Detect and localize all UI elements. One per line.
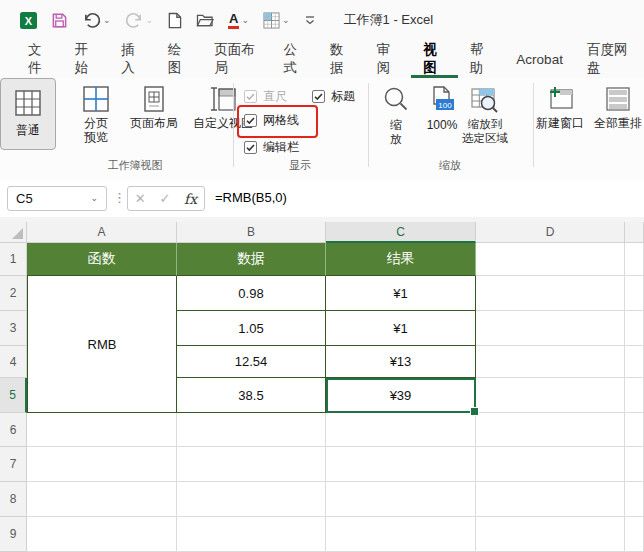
arrange-all-button[interactable]: 全部重排: [590, 86, 644, 130]
new-window-button[interactable]: 新建窗口: [532, 86, 588, 130]
cell-c3[interactable]: ¥1: [326, 311, 476, 346]
tab-file[interactable]: 文件: [16, 40, 63, 78]
row-header-3[interactable]: 3: [0, 311, 27, 346]
tab-formulas[interactable]: 公式: [271, 40, 318, 78]
cell-c6[interactable]: [326, 413, 476, 447]
column-header-d[interactable]: D: [476, 222, 625, 243]
column-header-a[interactable]: A: [27, 222, 177, 243]
cell-a6[interactable]: [27, 413, 177, 447]
cell-b7[interactable]: [177, 447, 326, 482]
cell-c5-selected[interactable]: ¥39: [326, 378, 476, 413]
tab-data[interactable]: 数据: [318, 40, 365, 78]
cell-a7[interactable]: [27, 447, 177, 482]
cell-b3[interactable]: 1.05: [177, 311, 326, 346]
cell-d3[interactable]: [476, 311, 625, 346]
tab-acrobat[interactable]: Acrobat: [504, 40, 575, 78]
new-file-button[interactable]: [167, 12, 182, 29]
cell-b6[interactable]: [177, 413, 326, 447]
zoom-button[interactable]: 缩放: [377, 86, 415, 147]
insert-function-icon[interactable]: fx: [184, 191, 197, 207]
cell-d1[interactable]: [476, 243, 625, 276]
row-header-1[interactable]: 1: [0, 243, 27, 276]
formula-input[interactable]: =RMB(B5,0): [215, 190, 287, 205]
cell-a2-a5-merged[interactable]: RMB: [27, 276, 177, 413]
column-header-c[interactable]: C: [326, 222, 476, 243]
cell-d5[interactable]: [476, 378, 625, 413]
cell-b2[interactable]: 0.98: [177, 276, 326, 311]
tab-draw[interactable]: 绘图: [156, 40, 203, 78]
save-button[interactable]: [51, 12, 68, 29]
ribbon-separator: [233, 83, 234, 167]
page-break-preview-button[interactable]: 分页预览: [70, 86, 122, 145]
cell-c2[interactable]: ¥1: [326, 276, 476, 311]
tab-insert[interactable]: 插入: [109, 40, 156, 78]
zoom-icon: [382, 86, 410, 114]
cell-c7[interactable]: [326, 447, 476, 482]
customize-qat-button[interactable]: [304, 14, 316, 26]
open-file-button[interactable]: [196, 13, 214, 28]
cancel-icon[interactable]: ✕: [135, 191, 146, 206]
name-box-dropdown-icon[interactable]: ⌄: [90, 194, 98, 203]
row-header-4[interactable]: 4: [0, 346, 27, 378]
row-header-9[interactable]: 9: [0, 517, 27, 552]
font-color-button[interactable]: A ⌄: [228, 12, 249, 29]
new-window-icon: [546, 86, 574, 112]
cell-c1[interactable]: 结果: [326, 243, 476, 276]
zoom-100-icon: 100: [429, 86, 455, 114]
cell-d9[interactable]: [476, 517, 625, 552]
cell-a9[interactable]: [27, 517, 177, 552]
cell-e3[interactable]: [625, 311, 644, 346]
formula-bar-checkbox[interactable]: 编辑栏: [244, 139, 299, 156]
cell-d2[interactable]: [476, 276, 625, 311]
tab-page-layout[interactable]: 页面布局: [202, 40, 271, 78]
cell-a8[interactable]: [27, 482, 177, 517]
cell-e4[interactable]: [625, 346, 644, 378]
cell-d7[interactable]: [476, 447, 625, 482]
cell-d4[interactable]: [476, 346, 625, 378]
enter-icon[interactable]: ✓: [159, 191, 170, 206]
cell-b4[interactable]: 12.54: [177, 346, 326, 378]
headings-checkbox[interactable]: 标题: [312, 88, 355, 105]
page-layout-view-button[interactable]: 页面布局: [122, 86, 186, 130]
tab-help[interactable]: 帮助: [458, 40, 505, 78]
group-label-workbook-views: 工作簿视图: [40, 158, 230, 173]
row-header-8[interactable]: 8: [0, 482, 27, 517]
cell-e7[interactable]: [625, 447, 644, 482]
tab-review[interactable]: 审阅: [365, 40, 412, 78]
cell-e8[interactable]: [625, 482, 644, 517]
tab-view[interactable]: 视图: [411, 40, 458, 78]
borders-button[interactable]: ⌄: [263, 12, 290, 29]
row-header-6[interactable]: 6: [0, 413, 27, 447]
name-box[interactable]: C5 ⌄: [7, 186, 107, 211]
cell-d6[interactable]: [476, 413, 625, 447]
cell-e1[interactable]: [625, 243, 644, 276]
row-header-2[interactable]: 2: [0, 276, 27, 311]
font-color-dropdown-icon[interactable]: ⌄: [241, 16, 249, 25]
cell-c8[interactable]: [326, 482, 476, 517]
cell-e6[interactable]: [625, 413, 644, 447]
arrange-all-icon: [605, 86, 631, 112]
cell-c9[interactable]: [326, 517, 476, 552]
zoom-to-selection-button[interactable]: 缩放到选定区域: [458, 86, 512, 146]
tab-baidu-netdisk[interactable]: 百度网盘: [575, 40, 644, 78]
cell-d8[interactable]: [476, 482, 625, 517]
cell-b5[interactable]: 38.5: [177, 378, 326, 413]
cell-b9[interactable]: [177, 517, 326, 552]
select-all-corner[interactable]: [0, 222, 27, 243]
cell-e5[interactable]: [625, 378, 644, 413]
cell-c4[interactable]: ¥13: [326, 346, 476, 378]
row-header-5[interactable]: 5: [0, 378, 27, 413]
cell-e2[interactable]: [625, 276, 644, 311]
undo-button[interactable]: ⌄: [82, 12, 111, 29]
cell-b8[interactable]: [177, 482, 326, 517]
tab-home[interactable]: 开始: [63, 40, 110, 78]
cell-b1[interactable]: 数据: [177, 243, 326, 276]
undo-dropdown-icon[interactable]: ⌄: [103, 16, 111, 25]
column-header-e[interactable]: [625, 222, 644, 243]
normal-view-button[interactable]: 普通: [0, 78, 56, 150]
column-header-b[interactable]: B: [177, 222, 326, 243]
cell-a1[interactable]: 函数: [27, 243, 177, 276]
cell-e9[interactable]: [625, 517, 644, 552]
row-header-7[interactable]: 7: [0, 447, 27, 482]
borders-dropdown-icon[interactable]: ⌄: [282, 16, 290, 25]
